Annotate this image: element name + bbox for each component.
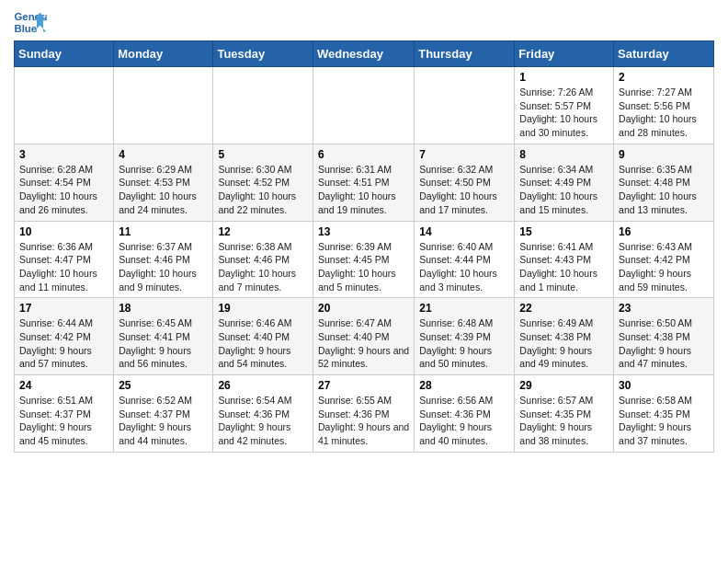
day-number: 19: [218, 302, 308, 315]
day-cell: 24Sunrise: 6:51 AMSunset: 4:37 PMDayligh…: [15, 375, 114, 453]
day-number: 21: [419, 302, 509, 315]
page-header: General Blue: [14, 9, 714, 35]
svg-text:Blue: Blue: [15, 23, 38, 34]
day-number: 14: [419, 225, 509, 238]
day-info: Sunrise: 6:36 AMSunset: 4:47 PMDaylight:…: [19, 240, 108, 294]
day-info: Sunrise: 7:26 AMSunset: 5:57 PMDaylight:…: [519, 86, 609, 140]
day-number: 23: [619, 302, 709, 315]
day-info: Sunrise: 6:29 AMSunset: 4:53 PMDaylight:…: [119, 163, 208, 217]
day-cell: 30Sunrise: 6:58 AMSunset: 4:35 PMDayligh…: [614, 375, 714, 453]
day-info: Sunrise: 6:54 AMSunset: 4:36 PMDaylight:…: [218, 394, 308, 448]
day-number: 16: [619, 225, 709, 238]
day-number: 3: [19, 148, 108, 161]
day-cell: [415, 67, 515, 144]
day-of-week-header: SundayMondayTuesdayWednesdayThursdayFrid…: [15, 41, 714, 67]
day-cell: 26Sunrise: 6:54 AMSunset: 4:36 PMDayligh…: [213, 375, 313, 453]
day-number: 7: [419, 148, 509, 161]
week-row-1: 1Sunrise: 7:26 AMSunset: 5:57 PMDaylight…: [15, 67, 714, 144]
day-number: 25: [119, 379, 208, 392]
day-cell: 9Sunrise: 6:35 AMSunset: 4:48 PMDaylight…: [614, 144, 714, 221]
day-cell: [313, 67, 414, 144]
day-cell: 20Sunrise: 6:47 AMSunset: 4:40 PMDayligh…: [313, 298, 414, 375]
day-cell: [15, 67, 114, 144]
day-info: Sunrise: 6:39 AMSunset: 4:45 PMDaylight:…: [318, 240, 409, 294]
day-cell: 29Sunrise: 6:57 AMSunset: 4:35 PMDayligh…: [515, 375, 614, 453]
day-number: 11: [119, 225, 208, 238]
day-number: 5: [218, 148, 308, 161]
day-cell: 17Sunrise: 6:44 AMSunset: 4:42 PMDayligh…: [15, 298, 114, 375]
day-cell: 16Sunrise: 6:43 AMSunset: 4:42 PMDayligh…: [614, 221, 714, 298]
day-cell: 23Sunrise: 6:50 AMSunset: 4:38 PMDayligh…: [614, 298, 714, 375]
day-cell: 8Sunrise: 6:34 AMSunset: 4:49 PMDaylight…: [515, 144, 614, 221]
day-number: 8: [519, 148, 609, 161]
day-cell: 13Sunrise: 6:39 AMSunset: 4:45 PMDayligh…: [313, 221, 414, 298]
dow-wednesday: Wednesday: [313, 41, 414, 67]
day-number: 17: [19, 302, 108, 315]
day-info: Sunrise: 6:49 AMSunset: 4:38 PMDaylight:…: [519, 316, 609, 371]
day-info: Sunrise: 6:51 AMSunset: 4:37 PMDaylight:…: [19, 394, 108, 448]
day-cell: 21Sunrise: 6:48 AMSunset: 4:39 PMDayligh…: [415, 298, 515, 375]
day-info: Sunrise: 6:41 AMSunset: 4:43 PMDaylight:…: [519, 240, 609, 294]
day-number: 12: [218, 225, 308, 238]
week-row-2: 3Sunrise: 6:28 AMSunset: 4:54 PMDaylight…: [15, 144, 714, 221]
day-number: 9: [619, 148, 709, 161]
day-number: 18: [119, 302, 208, 315]
day-info: Sunrise: 6:34 AMSunset: 4:49 PMDaylight:…: [519, 163, 609, 217]
day-info: Sunrise: 6:45 AMSunset: 4:41 PMDaylight:…: [119, 316, 208, 371]
week-row-4: 17Sunrise: 6:44 AMSunset: 4:42 PMDayligh…: [15, 298, 714, 375]
day-number: 2: [619, 71, 709, 84]
day-number: 30: [619, 379, 709, 392]
day-cell: 11Sunrise: 6:37 AMSunset: 4:46 PMDayligh…: [114, 221, 213, 298]
dow-saturday: Saturday: [614, 41, 714, 67]
day-number: 22: [519, 302, 609, 315]
day-cell: [114, 67, 213, 144]
week-row-5: 24Sunrise: 6:51 AMSunset: 4:37 PMDayligh…: [15, 375, 714, 453]
day-info: Sunrise: 6:37 AMSunset: 4:46 PMDaylight:…: [119, 240, 208, 294]
day-cell: 27Sunrise: 6:55 AMSunset: 4:36 PMDayligh…: [313, 375, 414, 453]
day-info: Sunrise: 6:30 AMSunset: 4:52 PMDaylight:…: [218, 163, 308, 217]
day-cell: 22Sunrise: 6:49 AMSunset: 4:38 PMDayligh…: [515, 298, 614, 375]
day-info: Sunrise: 6:50 AMSunset: 4:38 PMDaylight:…: [619, 316, 709, 371]
day-cell: 6Sunrise: 6:31 AMSunset: 4:51 PMDaylight…: [313, 144, 414, 221]
day-number: 29: [519, 379, 609, 392]
day-cell: 15Sunrise: 6:41 AMSunset: 4:43 PMDayligh…: [515, 221, 614, 298]
day-cell: 3Sunrise: 6:28 AMSunset: 4:54 PMDaylight…: [15, 144, 114, 221]
dow-friday: Friday: [515, 41, 614, 67]
day-info: Sunrise: 6:47 AMSunset: 4:40 PMDaylight:…: [318, 316, 409, 371]
calendar-body: 1Sunrise: 7:26 AMSunset: 5:57 PMDaylight…: [15, 67, 714, 453]
day-number: 20: [318, 302, 409, 315]
day-number: 15: [519, 225, 609, 238]
day-number: 10: [19, 225, 108, 238]
day-number: 26: [218, 379, 308, 392]
day-info: Sunrise: 6:57 AMSunset: 4:35 PMDaylight:…: [519, 394, 609, 448]
day-info: Sunrise: 6:44 AMSunset: 4:42 PMDaylight:…: [19, 316, 108, 371]
day-info: Sunrise: 6:35 AMSunset: 4:48 PMDaylight:…: [619, 163, 709, 217]
day-number: 4: [119, 148, 208, 161]
day-number: 13: [318, 225, 409, 238]
day-cell: 2Sunrise: 7:27 AMSunset: 5:56 PMDaylight…: [614, 67, 714, 144]
logo-icon: General Blue: [14, 9, 47, 35]
day-number: 24: [19, 379, 108, 392]
dow-tuesday: Tuesday: [213, 41, 313, 67]
dow-thursday: Thursday: [415, 41, 515, 67]
day-cell: 10Sunrise: 6:36 AMSunset: 4:47 PMDayligh…: [15, 221, 114, 298]
day-info: Sunrise: 6:58 AMSunset: 4:35 PMDaylight:…: [619, 394, 709, 448]
day-info: Sunrise: 6:46 AMSunset: 4:40 PMDaylight:…: [218, 316, 308, 371]
day-cell: [213, 67, 313, 144]
day-cell: 19Sunrise: 6:46 AMSunset: 4:40 PMDayligh…: [213, 298, 313, 375]
day-info: Sunrise: 6:38 AMSunset: 4:46 PMDaylight:…: [218, 240, 308, 294]
day-number: 1: [519, 71, 609, 84]
dow-monday: Monday: [114, 41, 213, 67]
day-cell: 5Sunrise: 6:30 AMSunset: 4:52 PMDaylight…: [213, 144, 313, 221]
day-cell: 7Sunrise: 6:32 AMSunset: 4:50 PMDaylight…: [415, 144, 515, 221]
day-cell: 28Sunrise: 6:56 AMSunset: 4:36 PMDayligh…: [415, 375, 515, 453]
day-number: 27: [318, 379, 409, 392]
day-info: Sunrise: 6:31 AMSunset: 4:51 PMDaylight:…: [318, 163, 409, 217]
dow-sunday: Sunday: [15, 41, 114, 67]
day-info: Sunrise: 6:40 AMSunset: 4:44 PMDaylight:…: [419, 240, 509, 294]
day-cell: 4Sunrise: 6:29 AMSunset: 4:53 PMDaylight…: [114, 144, 213, 221]
day-info: Sunrise: 6:32 AMSunset: 4:50 PMDaylight:…: [419, 163, 509, 217]
day-info: Sunrise: 6:55 AMSunset: 4:36 PMDaylight:…: [318, 394, 409, 448]
day-cell: 1Sunrise: 7:26 AMSunset: 5:57 PMDaylight…: [515, 67, 614, 144]
day-info: Sunrise: 6:52 AMSunset: 4:37 PMDaylight:…: [119, 394, 208, 448]
